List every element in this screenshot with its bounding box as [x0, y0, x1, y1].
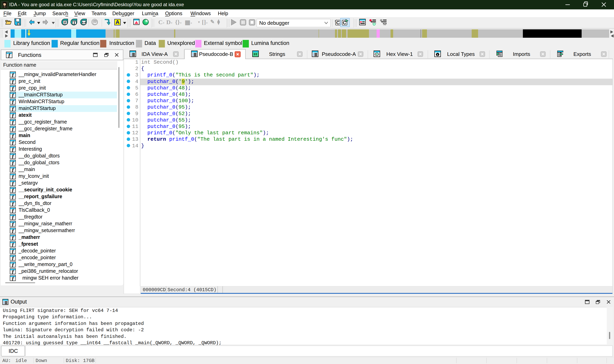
svg-text:C: C	[336, 20, 340, 25]
